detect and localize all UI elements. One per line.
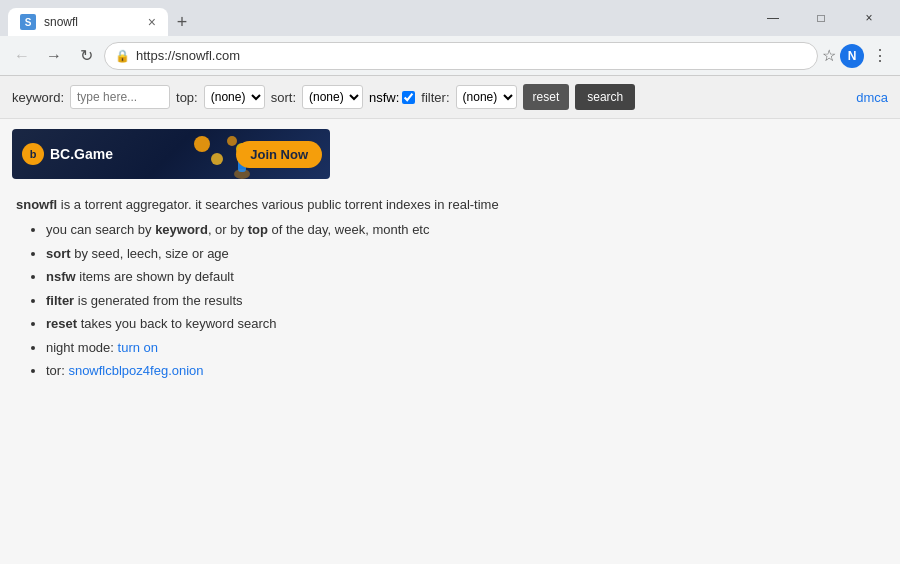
nsfw-bold: nsfw [46,269,76,284]
tab-close-button[interactable]: × [148,14,156,30]
keyword-bold: keyword [155,222,208,237]
search-button[interactable]: search [575,84,635,110]
back-button[interactable]: ← [8,42,36,70]
join-now-button[interactable]: Join Now [236,141,322,168]
filter-bold: filter [46,293,74,308]
info-list: you can search by keyword, or by top of … [16,220,884,381]
titlebar: S snowfl × + — □ × [0,0,900,36]
sort-bold: sort [46,246,71,261]
list-item: nsfw items are shown by default [46,267,884,287]
top-select[interactable]: (none) [204,85,265,109]
list-item: filter is generated from the results [46,291,884,311]
site-name-bold: snowfl [16,197,57,212]
menu-button[interactable]: ⋮ [868,42,892,69]
dmca-link[interactable]: dmca [856,90,888,105]
sort-select[interactable]: (none) [302,85,363,109]
top-bold: top [248,222,268,237]
keyword-input[interactable] [70,85,170,109]
svg-point-0 [194,136,210,152]
tab-bar: S snowfl × + [8,0,746,36]
page-content: keyword: top: (none) sort: (none) nsfw: … [0,76,900,564]
search-bar: keyword: top: (none) sort: (none) nsfw: … [0,76,900,119]
reload-button[interactable]: ↻ [72,42,100,70]
list-item: night mode: turn on [46,338,884,358]
address-bar[interactable]: 🔒 https://snowfl.com [104,42,818,70]
forward-button[interactable]: → [40,42,68,70]
filter-label: filter: [421,90,449,105]
filter-select[interactable]: (none) [456,85,517,109]
svg-point-2 [227,136,237,146]
maximize-button[interactable]: □ [798,3,844,33]
list-item: reset takes you back to keyword search [46,314,884,334]
info-section: snowfl is a torrent aggregator. it searc… [0,189,900,401]
minimize-button[interactable]: — [750,3,796,33]
nsfw-text: nsfw: [369,90,399,105]
bc-game-icon: b [22,143,44,165]
tab-title: snowfl [44,15,140,29]
list-item: tor: snowflcblpoz4feg.onion [46,361,884,381]
bc-game-name: BC.Game [50,146,113,162]
list-item: you can search by keyword, or by top of … [46,220,884,240]
bookmark-button[interactable]: ☆ [822,46,836,65]
toolbar: ← → ↻ 🔒 https://snowfl.com ☆ N ⋮ [0,36,900,76]
window-controls: — □ × [750,3,892,33]
reset-button[interactable]: reset [523,84,570,110]
top-label: top: [176,90,198,105]
list-item: sort by seed, leech, size or age [46,244,884,264]
tor-link[interactable]: snowflcblpoz4feg.onion [68,363,203,378]
profile-button[interactable]: N [840,44,864,68]
svg-point-1 [211,153,223,165]
night-mode-link[interactable]: turn on [118,340,158,355]
nsfw-label: nsfw: [369,90,415,105]
info-intro: snowfl is a torrent aggregator. it searc… [16,197,884,212]
active-tab[interactable]: S snowfl × [8,8,168,36]
ad-banner[interactable]: b BC.Game Join Now [12,129,330,179]
sort-label: sort: [271,90,296,105]
close-button[interactable]: × [846,3,892,33]
new-tab-button[interactable]: + [168,8,196,36]
lock-icon: 🔒 [115,49,130,63]
tab-favicon: S [20,14,36,30]
nsfw-checkbox[interactable] [402,91,415,104]
ad-logo: b BC.Game [12,143,113,165]
address-text: https://snowfl.com [136,48,807,63]
reset-bold: reset [46,316,77,331]
keyword-label: keyword: [12,90,64,105]
